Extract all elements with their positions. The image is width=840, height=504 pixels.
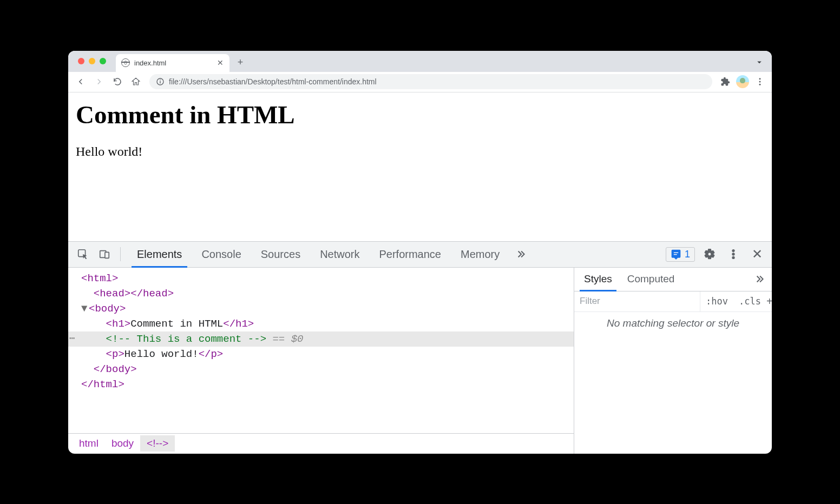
globe-icon <box>121 58 130 67</box>
svg-point-3 <box>759 78 761 79</box>
dom-node-selected[interactable]: <!-- This is a comment --> == $0 <box>68 331 574 347</box>
tab-performance[interactable]: Performance <box>370 242 451 267</box>
svg-point-5 <box>759 84 761 85</box>
back-button[interactable] <box>73 74 89 90</box>
more-tabs-icon[interactable] <box>513 248 531 260</box>
devtools-settings-icon[interactable] <box>700 245 719 263</box>
page-heading: Comment in HTML <box>76 100 764 129</box>
chevron-down-icon[interactable] <box>754 57 764 67</box>
tab-memory[interactable]: Memory <box>451 242 509 267</box>
devtools-close-icon[interactable]: ✕ <box>748 247 766 262</box>
styles-panel: Styles Computed :hov .cls + No matching … <box>574 268 772 454</box>
crumb-body[interactable]: body <box>105 435 140 452</box>
address-bar[interactable]: file:///Users/nsebastian/Desktop/test/ht… <box>149 74 712 89</box>
devtools-panel: Elements Console Sources Network Perform… <box>68 241 772 454</box>
issues-count: 1 <box>685 249 690 260</box>
tab-title: index.html <box>134 59 212 67</box>
styles-filter-row: :hov .cls + <box>574 291 772 312</box>
more-styles-tabs-icon[interactable] <box>751 273 770 285</box>
svg-point-11 <box>732 250 734 252</box>
page-paragraph: Hello world! <box>76 144 764 159</box>
minimize-window-button[interactable] <box>89 58 95 64</box>
close-tab-icon[interactable]: ✕ <box>216 59 224 67</box>
issues-button[interactable]: 1 <box>666 247 695 262</box>
dom-node[interactable]: ▼<body> <box>68 301 574 316</box>
url-text: file:///Users/nsebastian/Desktop/test/ht… <box>169 77 377 86</box>
hov-toggle[interactable]: :hov <box>700 296 733 307</box>
site-info-icon[interactable] <box>156 77 165 86</box>
devtools-menu-icon[interactable] <box>724 245 743 263</box>
close-window-button[interactable] <box>78 58 84 64</box>
svg-point-13 <box>732 257 734 259</box>
window-controls <box>75 58 116 72</box>
tab-network[interactable]: Network <box>310 242 369 267</box>
inspect-element-icon[interactable] <box>74 245 92 263</box>
svg-rect-8 <box>105 252 109 258</box>
new-tab-button[interactable]: + <box>233 55 248 70</box>
dom-node[interactable]: </body> <box>68 362 574 377</box>
browser-toolbar: file:///Users/nsebastian/Desktop/test/ht… <box>68 72 772 92</box>
devtools-toolbar: Elements Console Sources Network Perform… <box>68 242 772 268</box>
crumb-comment[interactable]: <!--> <box>140 435 175 452</box>
browser-window: index.html ✕ + file:///Users/nsebastian/… <box>68 51 772 454</box>
home-button[interactable] <box>128 74 144 90</box>
styles-filter-input[interactable] <box>574 291 700 311</box>
profile-avatar[interactable] <box>735 74 750 89</box>
dom-node[interactable]: <head></head> <box>68 286 574 301</box>
svg-point-12 <box>732 253 734 255</box>
svg-rect-1 <box>160 81 160 84</box>
svg-point-4 <box>759 81 761 83</box>
svg-rect-2 <box>160 79 160 80</box>
separator <box>120 247 121 261</box>
devtools-body: <html> <head></head> ▼<body> <h1>Comment… <box>68 268 772 454</box>
new-style-rule-icon[interactable]: + <box>766 295 772 308</box>
tab-computed[interactable]: Computed <box>620 268 682 291</box>
crumb-html[interactable]: html <box>73 435 105 452</box>
maximize-window-button[interactable] <box>100 58 106 64</box>
dom-node[interactable]: </html> <box>68 377 574 392</box>
dom-node[interactable]: <p>Hello world!</p> <box>68 347 574 362</box>
extensions-icon[interactable] <box>718 74 733 89</box>
svg-rect-10 <box>674 254 677 255</box>
styles-tabs: Styles Computed <box>574 268 772 291</box>
styles-empty-message: No matching selector or style <box>574 312 772 454</box>
tab-styles[interactable]: Styles <box>576 268 620 291</box>
browser-tab[interactable]: index.html ✕ <box>116 54 229 72</box>
tab-console[interactable]: Console <box>192 242 251 267</box>
dom-node[interactable]: <h1>Comment in HTML</h1> <box>68 316 574 331</box>
reload-button[interactable] <box>109 74 126 90</box>
devtools-tabs: Elements Console Sources Network Perform… <box>127 242 509 267</box>
svg-rect-9 <box>674 253 678 253</box>
page-content: Comment in HTML Hello world! <box>68 92 772 241</box>
device-toolbar-icon[interactable] <box>95 245 114 263</box>
tab-sources[interactable]: Sources <box>251 242 310 267</box>
cls-toggle[interactable]: .cls <box>733 296 766 307</box>
breadcrumb: html body <!--> <box>68 433 574 454</box>
dom-tree[interactable]: <html> <head></head> ▼<body> <h1>Comment… <box>68 268 574 433</box>
forward-button[interactable] <box>91 74 107 90</box>
browser-menu-icon[interactable] <box>752 74 767 89</box>
elements-panel: <html> <head></head> ▼<body> <h1>Comment… <box>68 268 574 454</box>
dom-node[interactable]: <html> <box>68 271 574 286</box>
tab-elements[interactable]: Elements <box>127 242 192 267</box>
tab-strip: index.html ✕ + <box>68 51 772 72</box>
